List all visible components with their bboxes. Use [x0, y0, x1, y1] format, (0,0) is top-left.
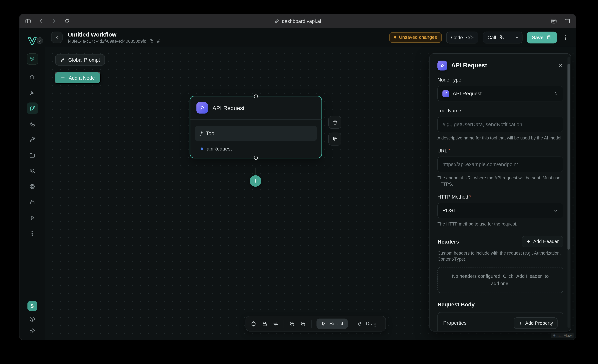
code-button[interactable]: Code </> — [446, 32, 478, 43]
api-request-node[interactable]: API Request ƒ Tool apiRequest — [190, 96, 322, 158]
headers-section-label: Headers — [437, 238, 459, 244]
node-target-handle[interactable] — [254, 95, 258, 98]
gear-icon — [29, 327, 35, 334]
workflow-canvas[interactable]: Global Prompt Add a Node API Request — [45, 46, 576, 340]
http-method-select[interactable]: POST — [437, 203, 563, 218]
canvas-controls-bar: Select Drag — [246, 316, 386, 332]
sidebar-item-overview[interactable] — [26, 71, 38, 83]
phone-icon — [499, 35, 504, 40]
address-bar[interactable]: dashboard.vapi.ai — [274, 18, 321, 24]
vapi-logo-icon — [27, 36, 37, 46]
save-icon — [547, 35, 552, 40]
sidebar-expand-button[interactable] — [37, 37, 43, 44]
sidebar-item-settings[interactable] — [29, 327, 35, 334]
node-tool-section[interactable]: ƒ Tool — [195, 126, 317, 141]
add-header-button[interactable]: Add Header — [522, 236, 563, 247]
workflow-header: Untitled Workflow f43fe14a-c17c-4d2f-89a… — [45, 28, 576, 47]
tool-name-helper: A descriptive name for this tool that wi… — [437, 135, 563, 141]
call-button-main[interactable]: Call — [483, 32, 509, 43]
node-tool-item[interactable]: apiRequest — [195, 141, 317, 152]
status-dot — [394, 36, 396, 39]
url-label: URL* — [437, 148, 563, 154]
url-input[interactable] — [437, 156, 563, 172]
more-vertical-icon — [29, 230, 35, 236]
lock-canvas-button[interactable] — [262, 321, 268, 327]
users-group-icon — [29, 167, 35, 174]
browser-reload-icon[interactable] — [64, 18, 70, 24]
browser-window: dashboard.vapi.ai — [19, 14, 576, 340]
code-brackets-icon: </> — [466, 35, 473, 40]
sidebar-item-tools[interactable] — [26, 134, 38, 145]
http-method-helper: The HTTP method to use for the request. — [437, 221, 563, 227]
browser-sidebar-toggle-icon[interactable] — [25, 18, 31, 24]
cursor-icon — [321, 321, 326, 326]
link-icon — [156, 39, 161, 43]
headers-empty-state: No headers configured. Click "Add Header… — [437, 267, 563, 293]
sidebar-item-support[interactable] — [26, 180, 38, 192]
node-type-select[interactable]: API Request — [437, 86, 563, 101]
add-next-node-button[interactable] — [250, 175, 261, 187]
http-method-label: HTTP Method* — [437, 194, 563, 200]
share-link-button[interactable] — [156, 39, 161, 43]
unsaved-changes-badge: Unsaved changes — [389, 32, 442, 42]
close-icon — [557, 63, 563, 69]
node-source-handle[interactable] — [254, 156, 258, 160]
sidebar-item-more[interactable] — [26, 227, 38, 239]
delete-node-button[interactable] — [328, 116, 341, 129]
chevron-left-icon — [54, 34, 60, 40]
add-property-button[interactable]: Add Property — [514, 317, 557, 329]
pencil-icon — [60, 57, 65, 62]
request-body-box: Properties Add Property — [437, 312, 563, 332]
vapi-logo[interactable] — [19, 33, 45, 49]
sidebar-item-files[interactable] — [26, 149, 38, 161]
node-config-panel: API Request Node Type API Request Tool N… — [430, 53, 571, 332]
sidebar-item-workflows[interactable] — [26, 102, 38, 114]
org-switcher[interactable] — [26, 53, 38, 65]
drag-mode-button[interactable]: Drag — [353, 319, 381, 329]
sidebar-item-help[interactable] — [29, 316, 35, 323]
plus-icon — [518, 321, 523, 325]
sidebar-item-api-keys[interactable] — [26, 196, 38, 208]
back-button[interactable] — [51, 32, 62, 43]
auto-layout-button[interactable] — [273, 321, 279, 327]
call-dropdown-button[interactable] — [512, 32, 522, 43]
sidebar-nav — [26, 71, 38, 239]
zoom-in-button[interactable] — [300, 321, 306, 327]
react-flow-attribution: React Flow — [551, 333, 574, 338]
help-circle-icon — [29, 316, 35, 323]
sidebar-item-test[interactable] — [26, 212, 38, 223]
duplicate-node-button[interactable] — [328, 133, 341, 146]
panel-scrollbar-thumb[interactable] — [567, 64, 570, 250]
sidebar-item-assistants[interactable] — [26, 87, 38, 98]
fit-view-button[interactable] — [250, 321, 257, 327]
usage-billing-button[interactable]: $ — [27, 301, 37, 311]
browser-chrome: dashboard.vapi.ai — [19, 14, 576, 28]
wrench-icon — [29, 136, 35, 143]
sidebar-item-phone-numbers[interactable] — [26, 118, 38, 129]
select-mode-button[interactable]: Select — [316, 319, 348, 329]
copy-id-button[interactable] — [149, 39, 154, 43]
tool-name-label: Tool Name — [437, 108, 563, 113]
copy-icon — [149, 39, 154, 43]
node-type-value: API Request — [453, 91, 482, 97]
phone-icon — [29, 121, 35, 127]
add-node-button[interactable]: Add a Node — [55, 72, 100, 84]
save-button[interactable]: Save — [527, 32, 557, 43]
close-panel-button[interactable] — [557, 63, 563, 69]
hand-icon — [357, 321, 363, 326]
zoom-out-button[interactable] — [289, 321, 295, 327]
header-more-button[interactable] — [561, 32, 570, 43]
duplicate-icon — [332, 136, 338, 142]
crosshair-icon — [250, 321, 257, 327]
sidebar-item-squads[interactable] — [26, 165, 38, 176]
browser-reader-icon[interactable] — [551, 18, 557, 24]
tool-name-input[interactable] — [437, 117, 563, 132]
divider — [311, 320, 312, 327]
browser-panel-right-icon[interactable] — [564, 18, 571, 24]
browser-forward-icon[interactable] — [51, 18, 57, 24]
browser-back-icon[interactable] — [38, 18, 44, 24]
api-request-mini-icon — [442, 90, 449, 97]
global-prompt-button[interactable]: Global Prompt — [55, 54, 105, 65]
required-asterisk: * — [448, 148, 450, 154]
chevron-down-icon — [514, 35, 520, 40]
